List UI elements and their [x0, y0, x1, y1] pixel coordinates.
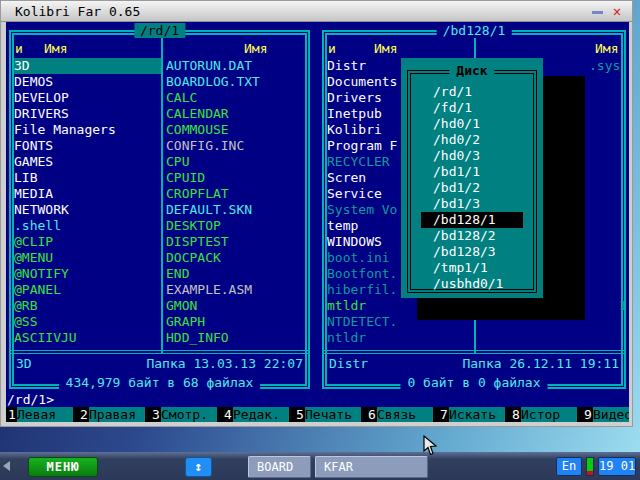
fkey-number: 3 [152, 407, 161, 422]
file-item[interactable]: END [166, 266, 309, 282]
file-item[interactable]: CALC [166, 90, 309, 106]
fkey-9[interactable]: 9Видео [584, 407, 629, 422]
right-panel-status-separator [322, 350, 626, 354]
file-item[interactable]: DEVELOP [14, 90, 161, 106]
sort-indicator: и [15, 41, 23, 57]
fkey-7[interactable]: 7Искать [440, 407, 505, 422]
file-item[interactable]: EXAMPLE.ASM [166, 282, 309, 298]
column-header-name[interactable]: Имя [374, 41, 397, 57]
drive-item[interactable]: /bd128/1 [421, 212, 523, 228]
fkey-1[interactable]: 1Левая [8, 407, 73, 422]
file-item[interactable]: COMMOUSE [166, 122, 309, 138]
file-item[interactable]: @RB [14, 298, 161, 314]
drive-item[interactable]: /bd1/3 [421, 196, 523, 212]
start-menu-button[interactable]: МЕНЮ [28, 457, 98, 477]
fkey-number: 4 [224, 407, 233, 422]
partially-hidden-filename: .sys [589, 58, 620, 74]
drive-item[interactable]: /hd0/1 [421, 116, 523, 132]
file-item[interactable]: DESKTOP [166, 218, 309, 234]
task-button-kfar[interactable]: KFAR [315, 456, 428, 478]
command-line[interactable]: /rd/1> [7, 393, 54, 406]
file-item[interactable]: BOARDLOG.TXT [166, 74, 309, 90]
fkey-5[interactable]: 5Печать [296, 407, 361, 422]
fkey-number: 8 [512, 407, 521, 422]
drive-item[interactable]: /bd1/1 [421, 164, 523, 180]
file-item[interactable]: HDD_INFO [166, 330, 309, 346]
fkey-number: 6 [368, 407, 377, 422]
drive-item[interactable]: /bd128/2 [421, 228, 523, 244]
minimize-icon[interactable] [592, 11, 603, 14]
file-item[interactable]: MEDIA [14, 186, 161, 202]
file-item[interactable]: CPU [166, 154, 309, 170]
cpu-usage-indicator[interactable] [586, 457, 594, 476]
titlebar[interactable]: Kolibri Far 0.65 ✕ [1, 1, 632, 22]
file-item[interactable]: GRAPH [166, 314, 309, 330]
updown-arrows-icon[interactable]: ↕ [185, 457, 212, 477]
file-item[interactable]: CPUID [166, 170, 309, 186]
fkey-label: Левая [17, 407, 73, 422]
file-item[interactable]: ASCIIVJU [14, 330, 161, 346]
left-panel-status: 3D Папка 13.03.13 22:07 [16, 356, 303, 372]
file-item[interactable]: @SS [14, 314, 161, 330]
file-item[interactable]: NETWORK [14, 202, 161, 218]
file-item[interactable]: DEFAULT.SKN [166, 202, 309, 218]
column-header-name[interactable]: Имя [595, 41, 618, 57]
kfar-client-area: /rd/1 и Имя Имя 3DDEMOSDEVELOPDRIVERSFil… [6, 22, 629, 422]
file-item[interactable]: LIB [14, 170, 161, 186]
file-item[interactable]: GAMES [14, 154, 161, 170]
file-item[interactable]: @PANEL [14, 282, 161, 298]
partially-hidden-filename: 1 [619, 298, 627, 314]
file-item[interactable]: CALENDAR [166, 106, 309, 122]
file-item[interactable]: CONFIG.INC [166, 138, 309, 154]
drive-item[interactable]: /usbhd0/1 [421, 276, 523, 292]
drive-item[interactable]: /hd0/3 [421, 148, 523, 164]
fkey-number: 2 [80, 407, 89, 422]
file-item[interactable]: GMON [166, 298, 309, 314]
column-header-name[interactable]: Имя [244, 41, 267, 57]
fkey-8[interactable]: 8Истор [512, 407, 577, 422]
fkey-number: 7 [440, 407, 449, 422]
drive-item[interactable]: /hd0/2 [421, 132, 523, 148]
sort-indicator: и [328, 41, 336, 57]
file-item[interactable]: .shell [14, 218, 161, 234]
right-panel-path[interactable]: /bd128/1 [437, 23, 512, 38]
file-item[interactable]: AUTORUN.DAT [166, 58, 309, 74]
fkey-3[interactable]: 3Смотр. [152, 407, 217, 422]
language-indicator[interactable]: En [556, 457, 582, 476]
file-item[interactable]: DISPTEST [166, 234, 309, 250]
drive-item[interactable]: /fd/1 [421, 100, 523, 116]
selected-file-info: Папка 13.03.13 22:07 [146, 356, 303, 372]
file-item[interactable]: ntldr [327, 330, 474, 346]
close-icon[interactable]: ✕ [610, 3, 624, 19]
drive-item[interactable]: /tmp1/1 [421, 260, 523, 276]
clock[interactable]: 19 01 [598, 457, 636, 476]
file-item[interactable]: DEMOS [14, 74, 161, 90]
file-item[interactable]: FONTS [14, 138, 161, 154]
window-title: Kolibri Far 0.65 [15, 4, 140, 19]
drive-item[interactable]: /bd128/3 [421, 244, 523, 260]
drive-item[interactable]: /rd/1 [421, 84, 523, 100]
fkey-label: Искать [449, 407, 505, 422]
file-item[interactable]: @MENU [14, 250, 161, 266]
fkey-number: 9 [584, 407, 593, 422]
file-item[interactable]: @CLIP [14, 234, 161, 250]
file-item[interactable]: CROPFLAT [166, 186, 309, 202]
column-header-name[interactable]: Имя [44, 41, 67, 57]
task-button-board[interactable]: BOARD [248, 456, 311, 478]
file-item[interactable]: @NOTIFY [14, 266, 161, 282]
fkey-label: Истор [521, 407, 577, 422]
file-item[interactable]: 3D [14, 58, 161, 74]
selected-file-name: 3D [16, 356, 32, 372]
fkey-6[interactable]: 6Связь [368, 407, 433, 422]
fkey-label: Печать [305, 407, 361, 422]
drive-item[interactable]: /bd1/2 [421, 180, 523, 196]
right-panel-bytes-info: 0 байт в 0 файлах [400, 375, 547, 390]
left-panel-path[interactable]: /rd/1 [134, 23, 185, 38]
file-item[interactable]: DOCPACK [166, 250, 309, 266]
fkey-4[interactable]: 4Редак. [224, 407, 289, 422]
file-item[interactable]: File Managers [14, 122, 161, 138]
kfar-window: Kolibri Far 0.65 ✕ /rd/1 и Имя Имя 3DDEM… [0, 0, 633, 427]
fkey-2[interactable]: 2Правая [80, 407, 145, 422]
taskbar-left-arrow-icon[interactable] [3, 461, 10, 471]
file-item[interactable]: DRIVERS [14, 106, 161, 122]
